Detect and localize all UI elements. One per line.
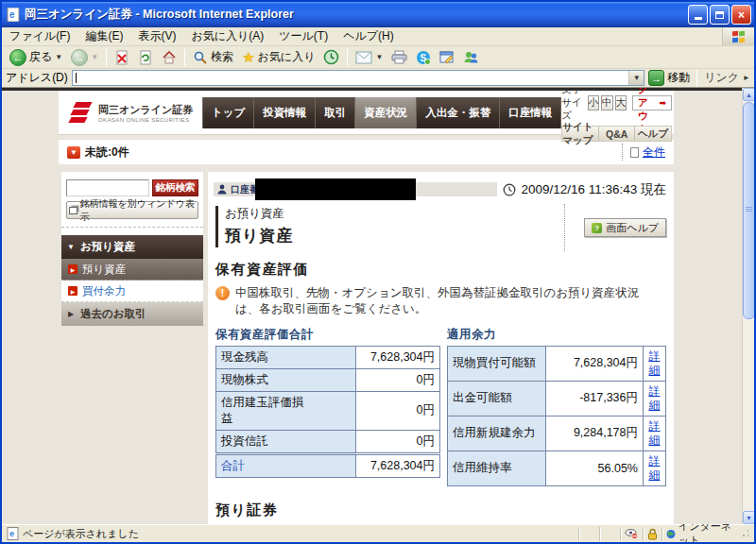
font-size-medium-button[interactable]: 中 bbox=[601, 95, 613, 110]
windows-logo-icon bbox=[722, 27, 754, 45]
close-button[interactable]: × bbox=[731, 5, 751, 25]
chevron-down-icon: ▼ bbox=[61, 243, 80, 251]
scroll-up-icon[interactable]: ▲ bbox=[743, 88, 754, 101]
brand-logo[interactable]: 岡三オンライン証券 OKASAN ONLINE SECURITIES bbox=[59, 101, 202, 124]
nav-tab-asset-status[interactable]: 資産状況 bbox=[355, 97, 417, 128]
nav-tab-account-info[interactable]: 口座情報 bbox=[500, 97, 561, 128]
font-size-label: 文字サイズ bbox=[561, 88, 585, 123]
screen-help-button[interactable]: ? 画面ヘルプ bbox=[584, 218, 666, 237]
privacy-panel[interactable] bbox=[620, 527, 643, 541]
table-row: 信用新規建余力 9,284,178円 詳細 bbox=[448, 416, 666, 450]
page-title-block: お預り資産 預り資産 ? 画面ヘルプ bbox=[215, 206, 666, 247]
power-table-title: 適用余力 bbox=[447, 327, 666, 343]
chevron-right-icon: ▶ bbox=[61, 310, 80, 318]
font-size-large-button[interactable]: 大 bbox=[615, 95, 627, 110]
home-button[interactable] bbox=[158, 49, 180, 66]
favorites-button[interactable]: ★ お気に入り bbox=[238, 48, 318, 67]
back-dropdown-icon[interactable]: ▼ bbox=[55, 53, 62, 61]
row-label: 出金可能額 bbox=[448, 381, 546, 416]
sidebar-group-assets[interactable]: ▼ お預り資産 bbox=[61, 235, 203, 259]
help-icon: ? bbox=[592, 223, 602, 233]
menu-view[interactable]: 表示(V) bbox=[138, 28, 176, 44]
sidebar-group-assets-label: お預り資産 bbox=[80, 240, 135, 254]
detail-cell: 詳細 bbox=[644, 346, 666, 381]
skype-button[interactable]: S bbox=[412, 49, 435, 66]
vertical-scrollbar[interactable]: ▲ ▼ bbox=[742, 88, 754, 524]
status-panel bbox=[599, 527, 620, 541]
address-dropdown-icon[interactable]: ▼ bbox=[628, 71, 644, 85]
back-label: 戻る bbox=[29, 49, 52, 65]
messenger-button[interactable] bbox=[459, 49, 482, 65]
address-label: アドレス(D) bbox=[6, 70, 68, 86]
links-label[interactable]: リンク bbox=[704, 70, 739, 86]
logout-button[interactable]: ログアウト ➡ bbox=[632, 95, 672, 110]
detail-link[interactable]: 詳細 bbox=[649, 419, 661, 447]
bullet-arrow-icon: ▶ bbox=[68, 286, 77, 296]
scroll-down-icon[interactable]: ▼ bbox=[743, 511, 754, 524]
security-panel[interactable] bbox=[643, 527, 662, 541]
browser-toolbar: ← 戻る ▼ → ▼ bbox=[2, 46, 754, 69]
row-value: 0円 bbox=[356, 391, 440, 430]
search-button[interactable]: 検索 bbox=[189, 48, 237, 66]
menu-bar: ファイル(F) 編集(E) 表示(V) お気に入り(A) ツール(T) ヘルプ(… bbox=[2, 27, 754, 46]
list-icon bbox=[630, 147, 639, 158]
address-input[interactable]: ▼ bbox=[72, 70, 644, 86]
main-content: 口座番号 2009/12/16 11:36:43 現在 お預り資産 bbox=[208, 172, 674, 524]
symbol-search-button[interactable]: 銘柄検索 bbox=[152, 179, 198, 196]
nav-tab-invest-info[interactable]: 投資情報 bbox=[254, 97, 316, 128]
bullet-arrow-icon: ▶ bbox=[68, 264, 77, 274]
detail-link[interactable]: 詳細 bbox=[649, 384, 661, 412]
detail-link[interactable]: 詳細 bbox=[649, 349, 661, 377]
unread-count: 未読:0件 bbox=[85, 144, 129, 161]
menu-favorites[interactable]: お気に入り(A) bbox=[191, 28, 264, 44]
table-row: 現物買付可能額 7,628,304円 詳細 bbox=[448, 346, 666, 381]
screen-help-label: 画面ヘルプ bbox=[606, 221, 659, 235]
sidebar-group-history[interactable]: ▶ 過去のお取引 bbox=[61, 302, 203, 326]
resize-grip[interactable] bbox=[740, 528, 748, 539]
refresh-icon bbox=[138, 50, 153, 65]
menu-tools[interactable]: ツール(T) bbox=[279, 28, 328, 44]
forward-button[interactable]: → ▼ bbox=[67, 48, 102, 67]
menu-edit[interactable]: 編集(E) bbox=[85, 28, 123, 44]
sidebar-item-buying-power[interactable]: ▶ 買付余力 bbox=[61, 280, 203, 302]
stop-button[interactable] bbox=[111, 49, 133, 66]
sitemap-button[interactable]: サイトマップ bbox=[562, 127, 599, 141]
table-row: 現金残高 7,628,304円 bbox=[216, 346, 440, 368]
nav-tab-deposit-transfer[interactable]: 入出金・振替 bbox=[417, 97, 500, 128]
qa-button[interactable]: Q&A bbox=[599, 127, 636, 141]
nav-tab-top[interactable]: トップ bbox=[202, 97, 254, 128]
warning-icon: ! bbox=[215, 286, 230, 300]
mail-dropdown-icon[interactable]: ▼ bbox=[375, 53, 383, 61]
privacy-eye-icon bbox=[625, 528, 639, 539]
row-label: 合計 bbox=[216, 453, 356, 477]
table-row: 投資信託 0円 bbox=[216, 430, 440, 453]
back-button[interactable]: ← 戻る ▼ bbox=[6, 48, 66, 67]
go-button[interactable]: → 移動 bbox=[648, 70, 690, 86]
favorites-label: お気に入り bbox=[258, 49, 316, 65]
sidebar-item-deposit-assets[interactable]: ▶ 預り資産 bbox=[61, 259, 203, 280]
table-row: 現物株式 0円 bbox=[216, 368, 440, 391]
page-viewport: 岡三オンライン証券 OKASAN ONLINE SECURITIES トップ 投… bbox=[2, 88, 754, 524]
history-button[interactable] bbox=[319, 48, 343, 66]
help-nav-button[interactable]: ヘルプ bbox=[635, 127, 671, 141]
status-panel bbox=[578, 527, 599, 541]
scrollbar-thumb[interactable] bbox=[743, 102, 754, 319]
symbol-search-input[interactable] bbox=[66, 179, 149, 196]
links-chevron-icon[interactable]: ▼ bbox=[743, 75, 751, 82]
print-icon bbox=[391, 50, 407, 64]
minimize-button[interactable] bbox=[688, 5, 708, 25]
print-button[interactable] bbox=[387, 49, 411, 65]
all-items-link[interactable]: 全件 bbox=[643, 144, 665, 161]
edit-button[interactable] bbox=[436, 50, 458, 65]
refresh-button[interactable] bbox=[134, 49, 157, 66]
font-size-small-button[interactable]: 小 bbox=[588, 95, 600, 110]
detail-link[interactable]: 詳細 bbox=[649, 454, 661, 482]
nav-tab-trade[interactable]: 取引 bbox=[316, 97, 355, 128]
menu-file[interactable]: ファイル(F) bbox=[9, 28, 70, 44]
maximize-button[interactable] bbox=[710, 5, 730, 25]
menu-help[interactable]: ヘルプ(H) bbox=[343, 28, 394, 44]
unread-mail-icon: ▼ bbox=[67, 146, 80, 159]
status-text: ページが表示されました bbox=[23, 527, 139, 541]
mail-button[interactable]: ▼ bbox=[352, 50, 387, 65]
symbol-popup-button[interactable]: 銘柄情報を別ウィンドウ表示 bbox=[66, 201, 198, 219]
